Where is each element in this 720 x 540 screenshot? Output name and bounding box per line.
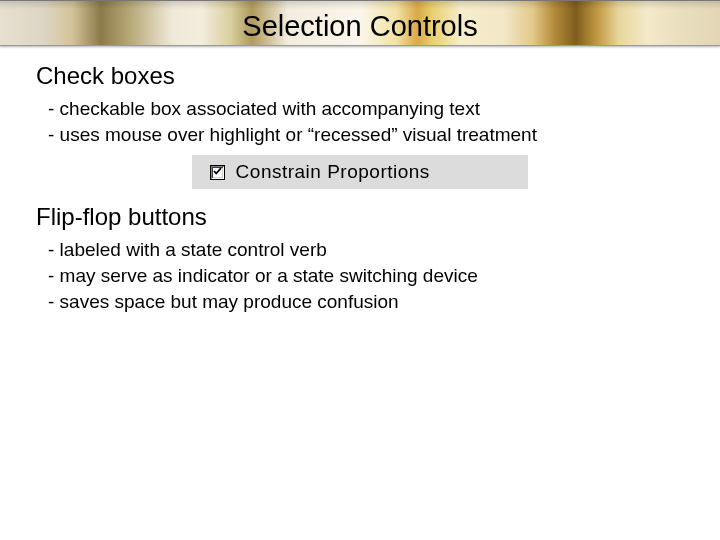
- bullet-item: - uses mouse over highlight or “recessed…: [48, 122, 684, 148]
- bullet-item: - labeled with a state control verb: [48, 237, 684, 263]
- bullet-item: - may serve as indicator or a state swit…: [48, 263, 684, 289]
- checkbox-example-panel: Constrain Proportions: [192, 155, 528, 189]
- checkbox-icon[interactable]: [210, 165, 225, 180]
- slide: Selection Controls Check boxes - checkab…: [0, 0, 720, 540]
- slide-title: Selection Controls: [0, 10, 720, 43]
- checkbox-example: Constrain Proportions: [36, 155, 684, 189]
- slide-content: Check boxes - checkable box associated w…: [36, 62, 684, 322]
- bullet-item: - saves space but may produce confusion: [48, 289, 684, 315]
- bullet-list: - checkable box associated with accompan…: [48, 96, 684, 147]
- bullet-item: - checkable box associated with accompan…: [48, 96, 684, 122]
- checkmark-icon: [212, 166, 223, 177]
- section-heading-flipflop: Flip-flop buttons: [36, 203, 684, 231]
- checkbox-label: Constrain Proportions: [236, 161, 430, 182]
- bullet-list: - labeled with a state control verb - ma…: [48, 237, 684, 314]
- section-heading-checkboxes: Check boxes: [36, 62, 684, 90]
